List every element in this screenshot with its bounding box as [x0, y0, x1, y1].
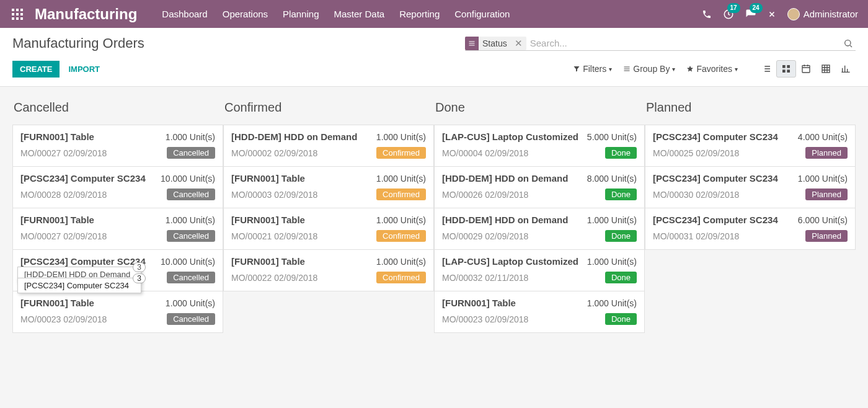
column-title[interactable]: Confirmed — [224, 100, 434, 115]
kanban-card[interactable]: [HDD-DEM] HDD on Demand 1.000 Unit(s) MO… — [224, 125, 433, 167]
menu-operations[interactable]: Operations — [223, 9, 268, 19]
status-badge: Cancelled — [167, 147, 215, 159]
card-reference: MO/00028 02/09/2018 — [20, 190, 107, 200]
view-pivot-icon[interactable] — [816, 60, 836, 78]
card-qty: 1.000 Unit(s) — [376, 132, 426, 142]
view-list-icon[interactable] — [756, 60, 776, 78]
kanban-card[interactable]: [FURN001] Table 1.000 Unit(s) MO/00023 0… — [13, 291, 223, 332]
activity-icon[interactable]: 17 — [723, 9, 734, 20]
kanban-card[interactable]: [FURN001] Table 1.000 Unit(s) MO/00027 0… — [13, 125, 223, 167]
status-badge: Planned — [805, 147, 848, 159]
kanban-card[interactable]: [HDD-DEM] HDD on Demand 1.000 Unit(s) MO… — [435, 208, 644, 250]
import-button[interactable]: IMPORT — [68, 64, 100, 74]
kanban-card[interactable]: [PCSC234] Computer SC234 6.000 Unit(s) M… — [645, 208, 855, 249]
user-menu[interactable]: Administrator — [787, 8, 858, 20]
svg-rect-4 — [16, 13, 19, 16]
kanban-card[interactable]: [PCSC234] Computer SC234 10.000 Unit(s) … — [13, 250, 223, 291]
phone-icon[interactable] — [702, 9, 712, 19]
search-input[interactable] — [526, 37, 841, 50]
search-bar[interactable]: Status ✕ — [465, 37, 856, 51]
svg-rect-16 — [822, 65, 830, 73]
card-reference: MO/00023 02/09/2018 — [20, 314, 107, 324]
kanban-card[interactable]: [FURN001] Table 1.000 Unit(s) MO/00021 0… — [224, 208, 433, 250]
card-product: [PCSC234] Computer SC234 — [653, 131, 778, 142]
view-calendar-icon[interactable] — [796, 60, 816, 78]
card-reference: MO/00002 02/09/2018 — [231, 148, 317, 158]
view-kanban-icon[interactable] — [776, 60, 796, 78]
card-product: [HDD-DEM] HDD on Demand — [231, 131, 357, 142]
kanban-card[interactable]: [PCSC234] Computer SC234 10.000 Unit(s) … — [13, 167, 223, 208]
card-reference: MO/00003 02/09/2018 — [231, 190, 317, 200]
kanban-card[interactable]: [PCSC234] Computer SC234 4.000 Unit(s) M… — [645, 125, 855, 167]
close-icon[interactable] — [768, 10, 776, 19]
messages-icon[interactable]: 24 — [745, 9, 756, 20]
svg-rect-8 — [20, 17, 23, 20]
kanban-card[interactable]: [PCSC234] Computer SC234 1.000 Unit(s) M… — [645, 167, 855, 208]
column-title[interactable]: Planned — [646, 100, 856, 115]
app-brand[interactable]: Manufacturing — [35, 6, 137, 23]
menu-dashboard[interactable]: Dashboard — [162, 9, 207, 19]
groupby-dropdown[interactable]: Group By▾ — [623, 64, 675, 74]
card-qty: 1.000 Unit(s) — [587, 215, 637, 225]
column-title[interactable]: Cancelled — [14, 100, 223, 115]
menu-planning[interactable]: Planning — [283, 9, 319, 19]
card-reference: MO/00021 02/09/2018 — [231, 231, 317, 241]
favorites-dropdown[interactable]: Favorites▾ — [686, 64, 738, 74]
search-facet[interactable]: Status ✕ — [465, 37, 526, 50]
apps-icon[interactable] — [10, 7, 25, 22]
svg-rect-14 — [787, 69, 790, 73]
control-bar: Manufacturing Orders Status ✕ CREATE IMP… — [0, 28, 868, 87]
card-reference: MO/00027 02/09/2018 — [20, 231, 107, 241]
kanban-card[interactable]: [FURN001] Table 1.000 Unit(s) MO/00027 0… — [13, 208, 223, 250]
card-product: [FURN001] Table — [231, 256, 305, 267]
column-title[interactable]: Done — [435, 100, 645, 115]
card-product: [PCSC234] Computer SC234 — [653, 215, 778, 225]
facet-remove-icon[interactable]: ✕ — [511, 38, 526, 49]
create-button[interactable]: CREATE — [12, 61, 60, 78]
kanban-card[interactable]: [FURN001] Table 1.000 Unit(s) MO/00023 0… — [435, 291, 644, 332]
main-menu: Dashboard Operations Planning Master Dat… — [162, 9, 510, 19]
view-switcher — [756, 60, 856, 78]
card-qty: 1.000 Unit(s) — [376, 215, 426, 225]
svg-rect-1 — [16, 9, 19, 11]
svg-rect-2 — [20, 9, 23, 11]
messages-badge: 24 — [750, 3, 763, 13]
card-reference: MO/00023 02/09/2018 — [442, 314, 528, 324]
status-badge: Done — [605, 272, 637, 283]
card-qty: 1.000 Unit(s) — [376, 174, 426, 184]
filters-dropdown[interactable]: Filters▾ — [573, 64, 612, 74]
card-qty: 1.000 Unit(s) — [587, 257, 637, 267]
kanban-card[interactable]: [LAP-CUS] Laptop Customized 5.000 Unit(s… — [435, 125, 644, 167]
status-badge: Done — [605, 313, 637, 325]
card-reference: MO/00029 02/09/2018 — [442, 231, 528, 241]
kanban-card[interactable]: [HDD-DEM] HDD on Demand 8.000 Unit(s) MO… — [435, 167, 644, 208]
kanban-card[interactable]: [FURN001] Table 1.000 Unit(s) MO/00022 0… — [224, 250, 433, 291]
card-product: [HDD-DEM] HDD on Demand — [442, 215, 568, 225]
status-badge: Done — [605, 230, 637, 242]
status-badge: Confirmed — [376, 230, 426, 242]
card-qty: 10.000 Unit(s) — [161, 257, 215, 267]
svg-rect-7 — [16, 17, 19, 20]
status-badge: Confirmed — [376, 147, 426, 159]
menu-reporting[interactable]: Reporting — [399, 9, 440, 19]
kanban-card[interactable]: [LAP-CUS] Laptop Customized 1.000 Unit(s… — [435, 250, 644, 291]
card-product: [FURN001] Table — [231, 215, 305, 225]
card-qty: 1.000 Unit(s) — [166, 298, 215, 308]
status-badge: Cancelled — [167, 188, 215, 200]
menu-configuration[interactable]: Configuration — [454, 9, 510, 19]
card-reference: MO/00026 02/09/2018 — [442, 190, 528, 200]
menu-master-data[interactable]: Master Data — [334, 9, 384, 19]
status-badge: Planned — [805, 230, 848, 242]
kanban-card[interactable]: [FURN001] Table 1.000 Unit(s) MO/00003 0… — [224, 167, 433, 208]
page-title: Manufacturing Orders — [12, 35, 144, 51]
search-icon[interactable] — [841, 38, 856, 48]
card-reference: MO/00022 02/09/2018 — [231, 273, 317, 283]
card-product: [LAP-CUS] Laptop Customized — [442, 256, 578, 267]
svg-rect-3 — [12, 13, 14, 16]
svg-rect-6 — [12, 17, 14, 20]
card-qty: 1.000 Unit(s) — [798, 174, 848, 184]
status-badge: Confirmed — [376, 272, 426, 283]
kanban-column: Cancelled [FURN001] Table 1.000 Unit(s) … — [12, 97, 223, 333]
view-graph-icon[interactable] — [836, 60, 856, 78]
svg-rect-0 — [12, 9, 14, 11]
